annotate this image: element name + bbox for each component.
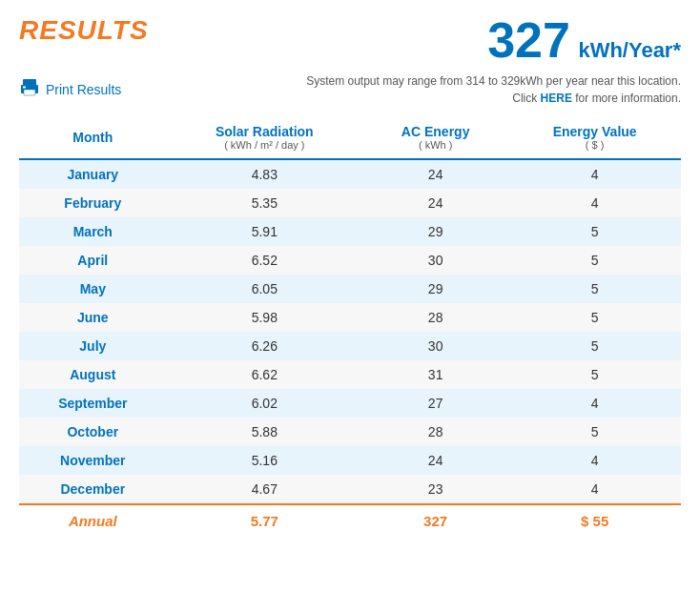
cell-ac: 29 xyxy=(362,275,508,303)
print-results-button[interactable]: Print Results xyxy=(19,77,121,103)
cell-month: August xyxy=(19,360,167,389)
table-row: April6.52305 xyxy=(19,246,681,275)
cell-ac: 29 xyxy=(362,217,508,246)
annual-ac: 327 xyxy=(362,504,508,537)
cell-month: June xyxy=(19,303,167,332)
cell-month: July xyxy=(19,332,167,360)
cell-solar: 5.91 xyxy=(167,217,362,246)
table-row: March5.91295 xyxy=(19,217,681,246)
system-output-line1: System output may range from 314 to 329k… xyxy=(306,74,681,88)
cell-energy: 5 xyxy=(508,217,681,246)
table-row: February5.35244 xyxy=(19,189,681,217)
table-row: August6.62315 xyxy=(19,360,681,389)
col-header-ac: AC Energy ( kWh ) xyxy=(362,116,508,159)
cell-energy: 5 xyxy=(508,303,681,332)
svg-rect-2 xyxy=(24,90,35,95)
kwh-display: 327 kWh/Year* xyxy=(487,15,681,65)
table-row: May6.05295 xyxy=(19,275,681,303)
table-row: September6.02274 xyxy=(19,389,681,418)
kwh-number: 327 xyxy=(487,12,570,68)
svg-rect-0 xyxy=(23,79,36,86)
cell-energy: 4 xyxy=(508,475,681,504)
cell-solar: 6.26 xyxy=(167,332,362,360)
svg-rect-3 xyxy=(23,86,26,88)
cell-ac: 31 xyxy=(362,360,508,389)
cell-month: December xyxy=(19,475,167,504)
cell-ac: 24 xyxy=(362,159,508,189)
cell-ac: 30 xyxy=(362,332,508,360)
cell-ac: 28 xyxy=(362,303,508,332)
here-link[interactable]: HERE xyxy=(541,92,572,105)
table-footer: Annual 5.77 327 $ 55 xyxy=(19,504,681,537)
cell-ac: 30 xyxy=(362,246,508,275)
results-table: Month Solar Radiation ( kWh / m² / day )… xyxy=(19,116,681,537)
cell-energy: 4 xyxy=(508,446,681,475)
cell-ac: 28 xyxy=(362,418,508,446)
table-row: June5.98285 xyxy=(19,303,681,332)
annual-solar: 5.77 xyxy=(167,504,362,537)
cell-solar: 6.02 xyxy=(167,389,362,418)
cell-energy: 4 xyxy=(508,189,681,217)
print-results-row: Print Results System output may range fr… xyxy=(19,72,681,107)
cell-month: September xyxy=(19,389,167,418)
cell-energy: 5 xyxy=(508,275,681,303)
annual-label: Annual xyxy=(19,504,167,537)
cell-ac: 24 xyxy=(362,446,508,475)
cell-month: January xyxy=(19,159,167,189)
table-row: January4.83244 xyxy=(19,159,681,189)
col-header-month: Month xyxy=(19,116,167,159)
kwh-unit: kWh/Year* xyxy=(578,38,681,62)
col-header-energy: Energy Value ( $ ) xyxy=(508,116,681,159)
cell-ac: 23 xyxy=(362,475,508,504)
cell-solar: 4.67 xyxy=(167,475,362,504)
cell-solar: 6.05 xyxy=(167,275,362,303)
cell-month: February xyxy=(19,189,167,217)
cell-energy: 5 xyxy=(508,360,681,389)
cell-solar: 6.62 xyxy=(167,360,362,389)
cell-ac: 24 xyxy=(362,189,508,217)
col-header-solar: Solar Radiation ( kWh / m² / day ) xyxy=(167,116,362,159)
table-row: December4.67234 xyxy=(19,475,681,504)
cell-energy: 4 xyxy=(508,159,681,189)
table-row: October5.88285 xyxy=(19,418,681,446)
cell-month: May xyxy=(19,275,167,303)
cell-solar: 5.16 xyxy=(167,446,362,475)
cell-month: October xyxy=(19,418,167,446)
cell-energy: 5 xyxy=(508,418,681,446)
cell-month: March xyxy=(19,217,167,246)
printer-icon xyxy=(19,77,40,103)
system-output-text: System output may range from 314 to 329k… xyxy=(306,72,681,107)
cell-solar: 6.52 xyxy=(167,246,362,275)
cell-energy: 5 xyxy=(508,332,681,360)
table-body: January4.83244February5.35244March5.9129… xyxy=(19,159,681,504)
print-label: Print Results xyxy=(46,82,121,97)
results-title-block: RESULTS xyxy=(19,15,149,46)
table-row: November5.16244 xyxy=(19,446,681,475)
table-row: July6.26305 xyxy=(19,332,681,360)
cell-energy: 5 xyxy=(508,246,681,275)
table-header: Month Solar Radiation ( kWh / m² / day )… xyxy=(19,116,681,159)
cell-ac: 27 xyxy=(362,389,508,418)
cell-solar: 5.88 xyxy=(167,418,362,446)
cell-solar: 5.98 xyxy=(167,303,362,332)
cell-energy: 4 xyxy=(508,389,681,418)
page-wrapper: RESULTS 327 kWh/Year* Print Results Syst… xyxy=(0,0,700,552)
cell-solar: 5.35 xyxy=(167,189,362,217)
results-title: RESULTS xyxy=(19,15,149,46)
cell-month: April xyxy=(19,246,167,275)
annual-energy: $ 55 xyxy=(508,504,681,537)
header-top: RESULTS 327 kWh/Year* xyxy=(19,15,681,65)
cell-month: November xyxy=(19,446,167,475)
cell-solar: 4.83 xyxy=(167,159,362,189)
